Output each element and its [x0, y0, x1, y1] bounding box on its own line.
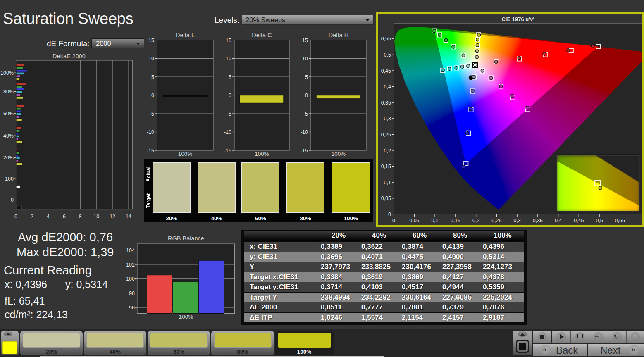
- svg-text:0,25: 0,25: [381, 132, 391, 138]
- svg-text:0,5: 0,5: [384, 52, 391, 58]
- svg-text:0: 0: [388, 212, 391, 217]
- svg-text:0,2: 0,2: [472, 218, 479, 224]
- svg-text:0,45: 0,45: [574, 218, 584, 224]
- svg-text:0,55: 0,55: [381, 36, 391, 42]
- svg-text:0,15: 0,15: [381, 164, 391, 169]
- svg-text:0,25: 0,25: [491, 218, 501, 224]
- svg-text:0,1: 0,1: [384, 180, 391, 186]
- svg-text:0,4: 0,4: [384, 84, 391, 90]
- svg-text:0,55: 0,55: [615, 218, 625, 224]
- svg-text:0,1: 0,1: [431, 218, 438, 224]
- svg-text:0: 0: [392, 218, 395, 224]
- svg-text:0,35: 0,35: [533, 218, 543, 224]
- svg-text:0,3: 0,3: [384, 116, 391, 121]
- svg-text:0,05: 0,05: [409, 218, 419, 224]
- svg-text:0,05: 0,05: [381, 195, 391, 201]
- svg-text:0,2: 0,2: [384, 148, 391, 154]
- svg-text:0,5: 0,5: [596, 218, 603, 224]
- svg-text:0,15: 0,15: [451, 218, 460, 224]
- svg-text:0,4: 0,4: [555, 218, 562, 224]
- svg-text:0,3: 0,3: [513, 218, 520, 224]
- svg-text:CIE 1976 u'v': CIE 1976 u'v': [501, 16, 534, 22]
- svg-text:0,35: 0,35: [381, 100, 391, 106]
- svg-text:0,45: 0,45: [381, 68, 391, 74]
